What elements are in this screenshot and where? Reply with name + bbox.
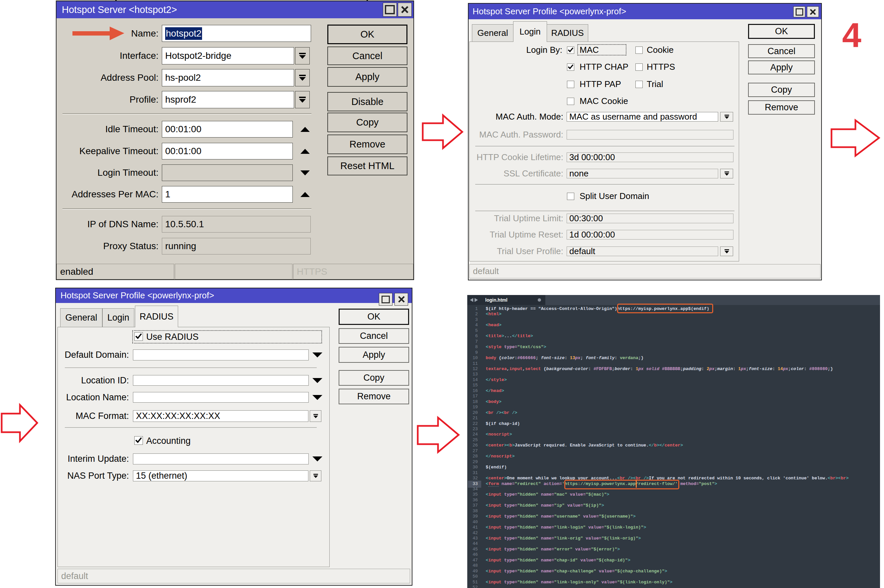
svg-text:4: 4 [842, 16, 861, 54]
